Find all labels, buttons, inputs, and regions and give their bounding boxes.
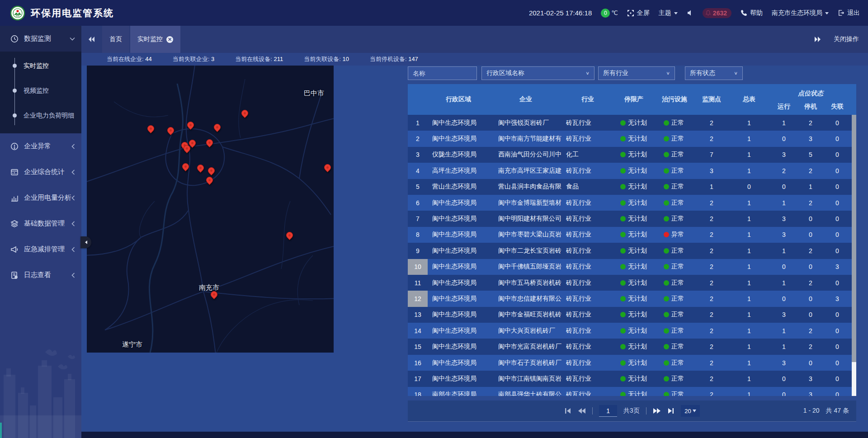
- table-row[interactable]: 16 阆中生态环境局 阆中市石子页岩机砖厂 砖瓦行业 无计划 正常 2 1 3 …: [408, 355, 852, 371]
- cell-lost: 0: [823, 243, 852, 259]
- fullscreen-icon: [627, 9, 634, 17]
- row-number: 4: [408, 163, 428, 179]
- notification-badge[interactable]: 2632: [703, 8, 731, 18]
- cell-run: 0: [769, 387, 798, 396]
- tab-scroll-right-icon[interactable]: [814, 36, 822, 43]
- table-row[interactable]: 11 阆中生态环境局 阆中市五马桥页岩机砖 砖瓦行业 无计划 正常 2 1 1 …: [408, 275, 852, 291]
- cell-run: 2: [769, 163, 798, 179]
- pagination-bar: 共3页 20 1 - 20: [408, 400, 856, 422]
- org-dropdown[interactable]: 南充市生态环境局: [772, 9, 829, 17]
- sidebar-subitem-power-load-detail[interactable]: 企业电力负荷明细: [0, 103, 81, 128]
- column-header[interactable]: 停机: [798, 99, 823, 115]
- table-row[interactable]: 15 阆中生态环境局 阆中市光富页岩机砖厂 砖瓦行业 无计划 正常 2 1 1 …: [408, 339, 852, 354]
- sidebar-item-power-analysis[interactable]: 企业用电量分析: [0, 185, 81, 211]
- sidebar-item-data-monitor[interactable]: 数据监测: [0, 26, 81, 52]
- cell-region: 阆中生态环境局: [428, 323, 489, 339]
- cell-stopped: 2: [798, 243, 823, 259]
- cell-region: 营山生态环境局: [428, 179, 489, 195]
- table-row[interactable]: 18 南部生态环境局 南部县强华土砖有限公 砖瓦行业 无计划 正常 2 1 0 …: [408, 387, 852, 396]
- cell-run: 1: [769, 115, 798, 131]
- group-header-title: 点位状态: [769, 84, 852, 99]
- status-dot-icon: [664, 280, 669, 286]
- page-number-input[interactable]: [599, 405, 617, 417]
- cell-company: 阆中市金福旺页岩机砖: [489, 307, 562, 323]
- region-filter-select[interactable]: 行政区域名称 ∨: [481, 66, 594, 80]
- column-header[interactable]: [408, 84, 428, 115]
- table-row[interactable]: 13 阆中生态环境局 阆中市金福旺页岩机砖 砖瓦行业 无计划 正常 2 1 3 …: [408, 307, 852, 323]
- chevron-left-icon: [71, 144, 75, 149]
- sidebar-item-label: 企业异常: [24, 142, 71, 151]
- first-page-button[interactable]: [564, 408, 571, 414]
- speaker-muted-icon[interactable]: [687, 9, 693, 16]
- sidebar-item-company-abnormal[interactable]: 企业异常: [0, 133, 81, 159]
- last-page-button[interactable]: [667, 408, 675, 414]
- table-row[interactable]: 1 阆中生态环境局 阆中强锐页岩砖厂 砖瓦行业 无计划 正常 2 1 1 2 0: [408, 115, 852, 131]
- cell-stopped: 2: [798, 275, 823, 291]
- status-dot-icon: [620, 264, 626, 269]
- column-header[interactable]: 行政区域: [428, 84, 489, 115]
- sidebar-item-logs[interactable]: 日志查看: [0, 262, 81, 288]
- table-row[interactable]: 9 阆中生态环境局 阆中市二龙长宝页岩砖 砖瓦行业 无计划 正常 2 1 1 2…: [408, 243, 852, 259]
- tab-home[interactable]: 首页: [102, 26, 129, 53]
- cell-region: 仪陇生态环境局: [428, 147, 489, 163]
- tab-realtime[interactable]: 实时监控 ✕: [130, 26, 180, 53]
- cell-company: 南部县强华土砖有限公: [489, 387, 562, 396]
- cell-region: 南部生态环境局: [428, 387, 489, 396]
- status-dot-icon: [664, 168, 669, 174]
- cell-industry: 砖瓦行业: [562, 291, 613, 306]
- column-header[interactable]: 停限产: [613, 84, 655, 115]
- cell-industry: 砖瓦行业: [562, 387, 613, 396]
- column-header[interactable]: 企业: [489, 84, 562, 115]
- cell-region: 阆中生态环境局: [428, 131, 489, 146]
- tab-scroll-left-icon[interactable]: [81, 26, 102, 53]
- cell-lost: 3: [823, 291, 852, 306]
- column-header[interactable]: 运行: [769, 99, 798, 115]
- page-size-select[interactable]: 20: [681, 405, 700, 417]
- table-row[interactable]: 6 阆中生态环境局 阆中市金博瑞新型墙材 砖瓦行业 无计划 正常 2 1 1 2…: [408, 195, 852, 211]
- sidebar-item-emergency[interactable]: 应急减排管理: [0, 236, 81, 262]
- table-row[interactable]: 10 阆中生态环境局 阆中千佛镇五郎垭页岩 砖瓦行业 无计划 正常 2 1 0 …: [408, 259, 852, 275]
- name-filter-input-box[interactable]: [408, 66, 477, 80]
- theme-dropdown[interactable]: 主题: [659, 9, 678, 17]
- sidebar-item-base-data[interactable]: 基础数据管理: [0, 211, 81, 236]
- content-area: 巴中市南充市遂宁市 行政区域名称 ∨ 所有行业 ∨: [81, 66, 868, 438]
- table-row[interactable]: 17 阆中生态环境局 阆中市江南镇阆南页岩 砖瓦行业 无计划 正常 2 1 0 …: [408, 371, 852, 386]
- name-filter-input[interactable]: [413, 70, 472, 77]
- logout-button[interactable]: 退出: [838, 9, 860, 17]
- close-operations-button[interactable]: 关闭操作: [834, 35, 859, 43]
- status-dot-icon: [664, 296, 669, 301]
- status-dot-icon: [664, 232, 669, 237]
- cell-facility: 正常: [655, 275, 694, 291]
- sidebar-subitem-realtime-monitor[interactable]: 实时监控: [0, 53, 81, 78]
- column-header[interactable]: 行业: [562, 84, 613, 115]
- table-row[interactable]: 12 阆中生态环境局 阆中市忠信建材有限公 砖瓦行业 无计划 正常 2 1 0 …: [408, 291, 852, 306]
- table-row[interactable]: 4 高坪生态环境局 南充市高坪区王家店建 砖瓦行业 无计划 正常 3 1 2 2…: [408, 163, 852, 179]
- table-row[interactable]: 8 阆中生态环境局 阆中市枣碧大梁山页岩 砖瓦行业 无计划 异常 2 1 3 0…: [408, 227, 852, 243]
- table-row[interactable]: 3 仪陇生态环境局 西南油气田分公司川中 化工 无计划 正常 7 1 3 5 0: [408, 147, 852, 163]
- cell-total: 1: [729, 147, 769, 163]
- scrollbar-thumb[interactable]: [852, 115, 856, 362]
- cell-company: 阆中大兴页岩机砖厂: [489, 323, 562, 339]
- table-row[interactable]: 7 阆中生态环境局 阆中明阳建材有限公司 砖瓦行业 无计划 正常 2 1 3 0…: [408, 211, 852, 226]
- sidebar-subitem-video-monitor[interactable]: 视频监控: [0, 78, 81, 103]
- fullscreen-button[interactable]: 全屏: [627, 9, 650, 17]
- status-dot-icon: [664, 376, 669, 381]
- column-header[interactable]: 治污设施: [655, 84, 694, 115]
- sidebar-item-company-stats[interactable]: 企业综合统计: [0, 159, 81, 185]
- status-filter-select[interactable]: 所有状态 ∨: [685, 66, 743, 80]
- column-header[interactable]: 失联: [823, 99, 852, 115]
- column-header[interactable]: 监测点: [694, 84, 729, 115]
- table-row[interactable]: 14 阆中生态环境局 阆中大兴页岩机砖厂 砖瓦行业 无计划 正常 2 1 1 2…: [408, 323, 852, 339]
- cell-industry: 砖瓦行业: [562, 275, 613, 291]
- help-button[interactable]: 帮助: [741, 9, 763, 17]
- industry-filter-select[interactable]: 所有行业 ∨: [598, 66, 675, 80]
- map-panel[interactable]: 巴中市南充市遂宁市: [87, 66, 334, 353]
- table-row[interactable]: 5 营山生态环境局 营山县润丰肉食品有限 食品 无计划 正常 1 0 0 1 0: [408, 179, 852, 195]
- tab-close-icon[interactable]: ✕: [166, 36, 173, 43]
- stat-value: 147: [408, 56, 418, 62]
- next-page-button[interactable]: [653, 408, 661, 414]
- table-scrollbar[interactable]: [852, 115, 856, 396]
- table-row[interactable]: 2 阆中生态环境局 阆中市南方节能建材有 砖瓦行业 无计划 正常 2 1 0 3…: [408, 131, 852, 146]
- column-header[interactable]: 总表: [729, 84, 769, 115]
- prev-page-button[interactable]: [578, 408, 586, 414]
